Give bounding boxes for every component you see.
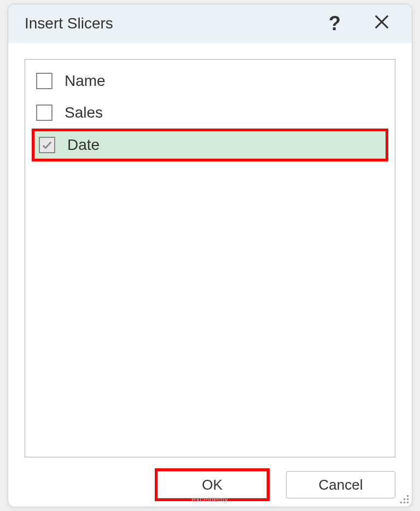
list-item-highlighted[interactable]: Date (32, 129, 388, 161)
checkbox-checked-icon[interactable] (39, 137, 55, 153)
help-icon[interactable]: ? (329, 12, 341, 35)
dialog-content: Name Sales Date (8, 43, 412, 463)
checkbox-unchecked-icon[interactable] (36, 104, 52, 121)
list-item[interactable]: Name (25, 65, 395, 97)
cancel-button[interactable]: Cancel (286, 471, 395, 498)
field-label: Name (65, 72, 106, 90)
dialog-title: Insert Slicers (25, 15, 113, 32)
watermark-text: exceldemy (192, 495, 229, 503)
field-list: Name Sales Date (25, 59, 395, 457)
field-label: Date (67, 136, 100, 154)
list-item[interactable]: Sales (25, 97, 395, 129)
insert-slicers-dialog: Insert Slicers ? Name Sales Date (8, 4, 412, 507)
close-icon[interactable] (374, 14, 390, 34)
dialog-titlebar: Insert Slicers ? (8, 4, 412, 43)
resize-grip-icon[interactable] (399, 493, 409, 503)
ok-button[interactable]: OK (158, 471, 267, 498)
checkbox-unchecked-icon[interactable] (36, 73, 52, 89)
field-label: Sales (65, 104, 103, 121)
